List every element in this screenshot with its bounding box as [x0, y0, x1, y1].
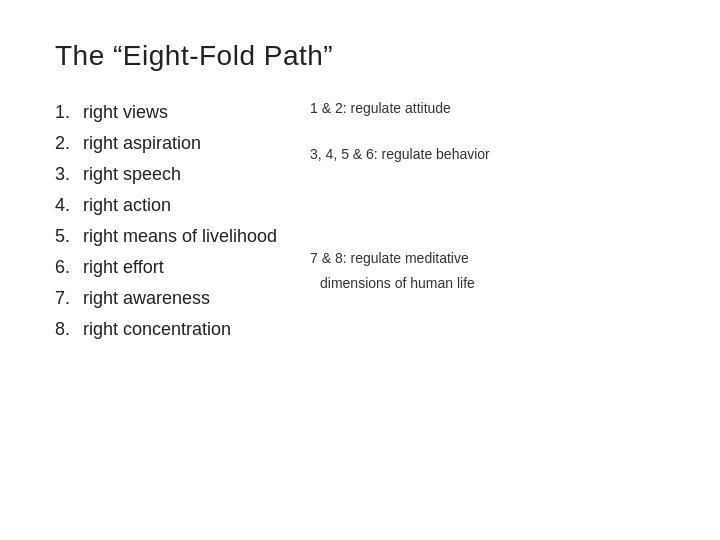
- annotation-2: 3, 4, 5 & 6: regulate behavior: [310, 146, 490, 162]
- list-item-1-text: right views: [83, 102, 168, 123]
- list-item-8: right concentration: [55, 319, 277, 340]
- list-item-2-text: right aspiration: [83, 133, 201, 154]
- content-area: right views right aspiration right speec…: [55, 102, 665, 350]
- list-item-7-text: right awareness: [83, 288, 210, 309]
- annotation-4: dimensions of human life: [320, 275, 475, 291]
- eight-fold-list: right views right aspiration right speec…: [55, 102, 277, 340]
- list-item-4-text: right action: [83, 195, 171, 216]
- list-item-3: right speech: [55, 164, 277, 185]
- list-item-7: right awareness: [55, 288, 277, 309]
- list-item-1: right views: [55, 102, 277, 123]
- list-item-4: right action: [55, 195, 277, 216]
- list-item-8-text: right concentration: [83, 319, 231, 340]
- slide: The “Eight-Fold Path” right views right …: [0, 0, 720, 540]
- list-item-3-text: right speech: [83, 164, 181, 185]
- slide-title: The “Eight-Fold Path”: [55, 40, 665, 72]
- list-section: right views right aspiration right speec…: [55, 102, 277, 350]
- annotation-1: 1 & 2: regulate attitude: [310, 100, 451, 116]
- list-item-5-text: right means of livelihood: [83, 226, 277, 247]
- list-item-6: right effort: [55, 257, 277, 278]
- list-item-2: right aspiration: [55, 133, 277, 154]
- annotation-3: 7 & 8: regulate meditative: [310, 250, 469, 266]
- list-item-6-text: right effort: [83, 257, 164, 278]
- list-item-5: right means of livelihood: [55, 226, 277, 247]
